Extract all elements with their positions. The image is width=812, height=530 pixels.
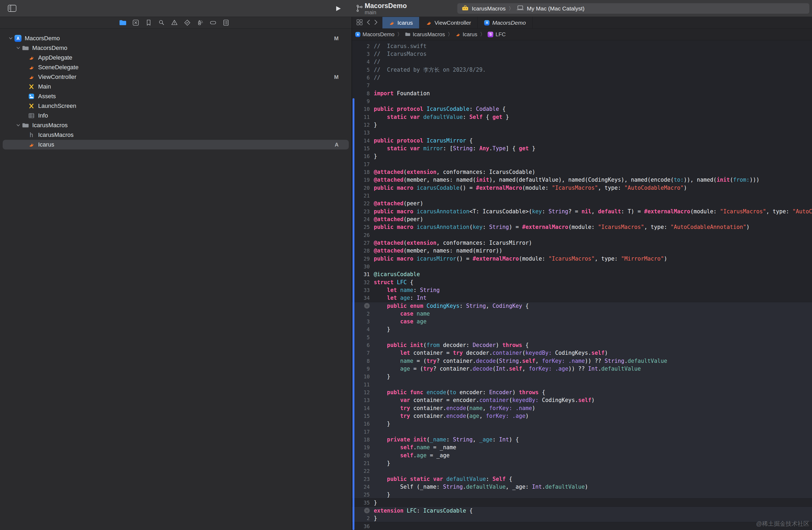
line-number[interactable]: 12 — [352, 122, 370, 128]
macro-expansion-line[interactable]: 8 name = (try? container.decode(String.s… — [352, 357, 812, 365]
line-number[interactable]: 14 — [352, 405, 370, 411]
code-line[interactable]: 27@attached(extension, conformances: Ica… — [352, 239, 812, 247]
line-number[interactable]: 29 — [352, 256, 370, 262]
code-line[interactable]: 14public protocol IcarusMirror { — [352, 136, 812, 144]
macro-expansion-line[interactable]: 9 age = (try? container.decode(Int.self,… — [352, 365, 812, 372]
editor-tab-viewcontroller[interactable]: ViewController — [419, 17, 478, 28]
line-number[interactable]: 11 — [352, 382, 370, 387]
macro-expansion-icon[interactable]: ✕ — [352, 303, 370, 309]
line-number[interactable]: 23 — [352, 208, 370, 215]
line-number[interactable]: 5 — [352, 67, 370, 73]
line-number[interactable]: 9 — [352, 98, 370, 104]
macro-expansion-line[interactable]: 5 — [352, 333, 812, 341]
macro-expansion-line[interactable]: 10 } — [352, 373, 812, 381]
find-icon[interactable] — [158, 19, 165, 26]
code-line[interactable]: 11 static var defaultValue: Self { get } — [352, 113, 812, 121]
line-number[interactable]: 17 — [352, 429, 370, 435]
line-number[interactable]: 8 — [352, 358, 370, 364]
code-line[interactable]: 16} — [352, 152, 812, 160]
code-line[interactable]: 25public macro icarusAnnotation(key: Str… — [352, 223, 812, 231]
macro-expansion-line[interactable]: 20 self.age = _age — [352, 451, 812, 459]
line-number[interactable]: 23 — [352, 476, 370, 482]
line-number[interactable]: 28 — [352, 248, 370, 254]
line-number[interactable]: 2 — [352, 311, 370, 316]
line-number[interactable]: 21 — [352, 460, 370, 466]
line-number[interactable]: 30 — [352, 264, 370, 269]
line-number[interactable]: 25 — [352, 491, 370, 498]
line-number[interactable]: 17 — [352, 161, 370, 167]
debug-icon[interactable] — [197, 19, 204, 26]
sidebar-item-icarusmacros-9[interactable]: IcarusMacros — [3, 120, 349, 130]
forward-chevron-icon[interactable] — [374, 19, 378, 26]
scheme-selector[interactable]: IcarusMacros 〉 My Mac (Mac Catalyst) — [457, 3, 809, 14]
macro-expansion-line[interactable]: 4 } — [352, 325, 812, 333]
editor-layout-icon[interactable] — [356, 19, 363, 27]
macro-expansion-line[interactable]: 11 — [352, 381, 812, 388]
line-number[interactable]: 12 — [352, 389, 370, 395]
line-number[interactable]: 5 — [352, 334, 370, 340]
line-number[interactable]: 6 — [352, 75, 370, 80]
sidebar-item-scenedelegate-3[interactable]: SceneDelegate — [3, 62, 349, 72]
sidebar-item-icarus-11[interactable]: IcarusA — [3, 140, 349, 149]
code-line[interactable]: 9 — [352, 97, 812, 105]
code-line[interactable]: 13 — [352, 129, 812, 136]
tests-icon[interactable] — [184, 19, 191, 26]
code-line[interactable]: 33 let name: String — [352, 286, 812, 294]
bookmarks-icon[interactable] — [145, 19, 152, 26]
disclosure-chevron-icon[interactable] — [15, 47, 21, 49]
code-line[interactable]: 4// — [352, 58, 812, 66]
line-number[interactable]: 31 — [352, 271, 370, 277]
line-number[interactable]: 15 — [352, 145, 370, 151]
line-number[interactable]: 2 — [352, 43, 370, 49]
line-number[interactable]: 22 — [352, 201, 370, 206]
sidebar-item-main-5[interactable]: Main — [3, 82, 349, 91]
macro-expansion-line[interactable]: 3 case age — [352, 318, 812, 325]
line-number[interactable]: 10 — [352, 373, 370, 380]
line-number[interactable]: 35 — [352, 500, 370, 505]
code-line[interactable]: 26 — [352, 231, 812, 239]
macro-expansion-line[interactable]: 21 } — [352, 459, 812, 467]
line-number[interactable]: 4 — [352, 59, 370, 65]
sidebar-item-macorsdemo-1[interactable]: MacorsDemo — [3, 43, 349, 53]
line-number[interactable]: 16 — [352, 153, 370, 159]
line-number[interactable]: 8 — [352, 90, 370, 96]
code-line[interactable]: 35} — [352, 499, 812, 506]
line-number[interactable]: 9 — [352, 366, 370, 372]
code-line[interactable]: 22@attached(peer) — [352, 200, 812, 207]
line-number[interactable]: 3 — [352, 51, 370, 57]
line-number[interactable]: 24 — [352, 484, 370, 490]
line-number[interactable]: 21 — [352, 193, 370, 198]
code-line[interactable]: 18@attached(extension, conformances: Ica… — [352, 168, 812, 176]
scheme-target[interactable]: IcarusMacros — [472, 5, 506, 12]
code-line[interactable]: 20public macro icarusCodable() = #extern… — [352, 184, 812, 192]
code-line[interactable]: 17 — [352, 160, 812, 168]
line-number[interactable]: 11 — [352, 114, 370, 120]
sidebar-item-macorsdemo-0[interactable]: AMacorsDemoM — [3, 33, 349, 43]
line-number[interactable]: 10 — [352, 106, 370, 112]
code-line[interactable]: 24@attached(peer) — [352, 215, 812, 223]
breakpoints-icon[interactable] — [209, 19, 217, 26]
line-number[interactable]: 14 — [352, 138, 370, 144]
reports-icon[interactable] — [222, 19, 230, 26]
sidebar-item-launchscreen-7[interactable]: LaunchScreen — [3, 101, 349, 111]
macro-expansion-line[interactable]: 16 } — [352, 420, 812, 428]
code-line[interactable]: 15 static var mirror: [String: Any.Type]… — [352, 144, 812, 152]
line-number[interactable]: 33 — [352, 287, 370, 293]
line-number[interactable]: 27 — [352, 240, 370, 246]
macro-expansion-line[interactable]: 19 self.name = _name — [352, 444, 812, 451]
line-number[interactable]: 15 — [352, 413, 370, 419]
jumpbar-item-macorsdemo[interactable]: AMacorsDemo — [355, 31, 394, 38]
macro-expansion-line[interactable]: 24 Self (_name: String.defaultValue, _ag… — [352, 483, 812, 490]
jumpbar-item-icarus[interactable]: Icarus — [455, 31, 477, 38]
jumpbar-item-icarusmacros[interactable]: IcarusMacros — [405, 31, 445, 38]
line-number[interactable]: 36 — [352, 523, 370, 529]
code-line[interactable]: 5// Created by 李方长 on 2023/8/29. — [352, 66, 812, 74]
line-number[interactable]: 7 — [352, 350, 370, 356]
run-button[interactable] — [335, 5, 342, 12]
issues-icon[interactable] — [171, 19, 178, 26]
code-line[interactable]: 8import Foundation — [352, 89, 812, 97]
line-number[interactable]: 4 — [352, 326, 370, 332]
editor-tab-macorsdemo[interactable]: AMacorsDemo — [478, 17, 533, 28]
line-number[interactable]: 25 — [352, 224, 370, 230]
line-number[interactable]: 22 — [352, 468, 370, 474]
